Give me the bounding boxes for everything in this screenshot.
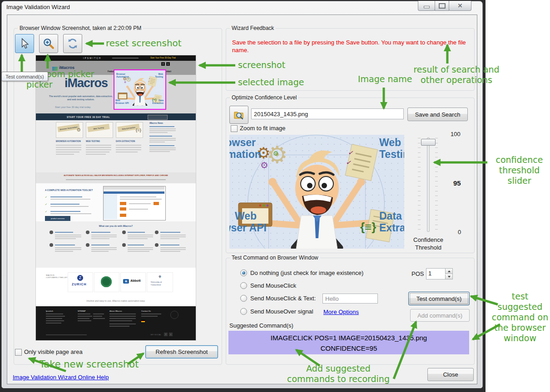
thumb-footer: Ipswitch SITEMAP About iMacros Contact U… [36,306,196,340]
close-window-button[interactable]: ✕ [449,1,471,11]
footer-twitter-icon[interactable]: t [169,333,173,336]
confidence-slider-handle[interactable] [421,139,436,146]
slider-ticks-left [418,138,421,230]
radio-send-mouseclick[interactable] [240,282,247,289]
image-preview[interactable]: Browser Automation Web Testing Web Brows… [229,135,404,249]
preview-label-web2: Web [235,210,257,222]
window-title: Image Validation Wizard [6,4,70,10]
radio-send-mouseclick-text[interactable] [240,295,247,302]
thumb-card-web-testing[interactable]: Web Testing WEB TESTING [86,122,113,138]
minimize-icon [424,6,430,8]
more-options-link[interactable]: More Options [323,309,359,315]
thumb-card-heading: WEB TESTING [86,140,100,142]
thumb-quote: Intuitive and easy to use, iMacros makes… [48,299,184,302]
refresh-arrows-icon [67,38,79,49]
thumb-banner-text: AUTOMATE TASKS ACROSS ALL MAJOR BROWSERS… [41,174,190,176]
thumb-logo-starbucks [94,272,119,292]
reset-screenshot-button[interactable] [63,34,82,53]
feedback-group-title: Wizard Feedback [230,25,276,31]
close-button[interactable]: Close [427,368,474,381]
test-commands-button[interactable]: Test command(s) [408,292,470,305]
slider-value-label: 95 [453,179,461,187]
annotation-image-name: Image name [358,74,412,84]
suggested-command-box[interactable]: IMAGECLICK POS=1 IMAGE=20150423_1435.png… [228,331,469,354]
preview-label-extraction: Extraction [379,222,404,234]
thumb-logos-section: IMACROS CUSTOMERS // THE LIST Z ZURICH a… [36,268,196,298]
preview-label-browser: Browser [229,137,256,149]
selected-label-tl: Browser Automation [116,73,129,78]
thumb-what-heading: What can you do with iMacros? [48,225,184,227]
annotation-take-new: Take new screenshot [40,359,139,370]
thumb-toolset-section: A COMPLETE WEB AUTOMATION TOOLSET ✓ ✓ ✓ … [36,183,196,221]
annotation-zoom-picker: zoom picker [42,69,94,79]
thumb-cta-text: START YOUR FREE 30 DAY TRIAL [67,116,110,118]
thumb-trial-link[interactable]: Start Your Free 30-Day Trial [150,57,176,59]
radio-do-nothing[interactable] [240,270,247,276]
chevron-down-icon [448,276,451,278]
thumb-card-data-extraction[interactable]: Data Extraction{≡} DATA EXTRACTION [116,122,143,138]
footer-facebook-icon[interactable]: f [164,333,168,336]
thumb-what-section: What can you do with iMacros? [36,221,196,268]
minimize-button[interactable] [418,1,435,11]
screenshot-group-title: Browser Window Screenshot, taken at 2:20… [18,25,143,31]
folder-search-icon [233,110,244,120]
thumb-banner: AUTOMATE TASKS ACROSS ALL MAJOR BROWSERS… [36,172,196,183]
save-image-button[interactable] [229,106,248,124]
thumb-twitter-icon[interactable]: t [166,62,170,66]
picker-tool-button[interactable] [15,34,34,53]
refresh-screenshot-button[interactable]: Refresh Screenshot [145,345,218,358]
zoom-to-fit-checkbox[interactable] [231,125,238,132]
thumb-product-overview-button[interactable]: product overview [45,216,70,221]
maximize-button[interactable] [435,1,449,11]
image-name-input[interactable] [251,108,404,119]
pos-value: 1 [428,270,431,277]
annotation-selected-image: selected image [238,77,304,88]
thumb-card-browser-automation[interactable]: Browser Automation⚙ BROWSER AUTOMATION [56,122,83,138]
thumb-topbar: IPSWITCH Start Your Free 30-Day Trial [36,55,196,61]
only-visible-label: Only visible page area [24,348,83,355]
optimize-group-title: Optimize Confidence Level [230,94,298,101]
annotation-add: Add suggested commands to recording [271,363,406,384]
radio-send-mouseover-label: Send MouseOver signal [250,308,313,315]
test-command-group-title: Test Command on Browser Window [230,255,320,261]
save-and-search-button[interactable]: Save and Search [407,108,468,121]
add-commands-button[interactable]: Add command(s) [410,309,470,322]
preview-label-testing: Testing [379,148,404,161]
send-text-input[interactable] [322,294,378,304]
thumb-hero-trial: Start your free 30 day trial today. [55,106,91,108]
chevron-up-icon [448,270,451,272]
german-flag-icon [141,320,145,322]
slider-min-label: 0 [458,229,461,235]
zoom-picker-button[interactable] [39,34,58,53]
zoom-plus-icon [43,38,55,49]
pos-spinner[interactable]: 1 [426,268,453,279]
thumb-card-heading: BROWSER AUTOMATION [56,140,81,142]
test-commands-tooltip: Test command(s) [1,72,48,81]
pos-label: POS [411,270,424,277]
only-visible-checkbox[interactable] [15,349,22,356]
cursor-icon [19,38,30,49]
thumb-toolset-heading: A COMPLETE WEB AUTOMATION TOOLSET [45,189,93,191]
spinner-down-button[interactable] [445,274,452,279]
confidence-slider-track[interactable] [427,137,430,232]
check-icon: ✓ [45,202,47,206]
radio-send-mouseover[interactable] [240,308,247,315]
thumb-facebook-icon[interactable]: f [161,62,165,66]
suggested-commands-label: Suggested Command(s) [229,322,293,329]
gear-icon: ⚙ [76,127,81,133]
thumb-cta-bar: START YOUR FREE 30 DAY TRIAL [36,113,196,120]
thumb-logo-zurich: Z ZURICH [68,272,93,292]
screenshot-canvas: ⚙ ⚙ ⚙ ⚙ ✓ ✓ {≡} Image Validation Wizard … [0,0,550,392]
radio-do-nothing-label: Do nothing (just check for image existen… [250,270,363,276]
online-help-link[interactable]: Image Validation Wizard Online Help [13,374,109,381]
spinner-up-button[interactable] [445,269,452,274]
browser-screenshot-thumbnail[interactable]: IPSWITCH Start Your Free 30-Day Trial iM… [36,55,196,340]
maximize-icon [439,3,446,9]
speech-bubble-icon [170,311,178,319]
thumb-get-social: GET SOCIAL [150,333,161,336]
selected-image[interactable]: Browser Automation Web Testing Web Brows… [114,69,166,110]
thumb-cta-button[interactable] [148,115,168,120]
check-icon: ✓ [45,210,47,213]
feedback-message: Save the selection to a file by pressing… [232,39,469,54]
annotation-reset-screenshot: reset screenshot [106,38,182,49]
